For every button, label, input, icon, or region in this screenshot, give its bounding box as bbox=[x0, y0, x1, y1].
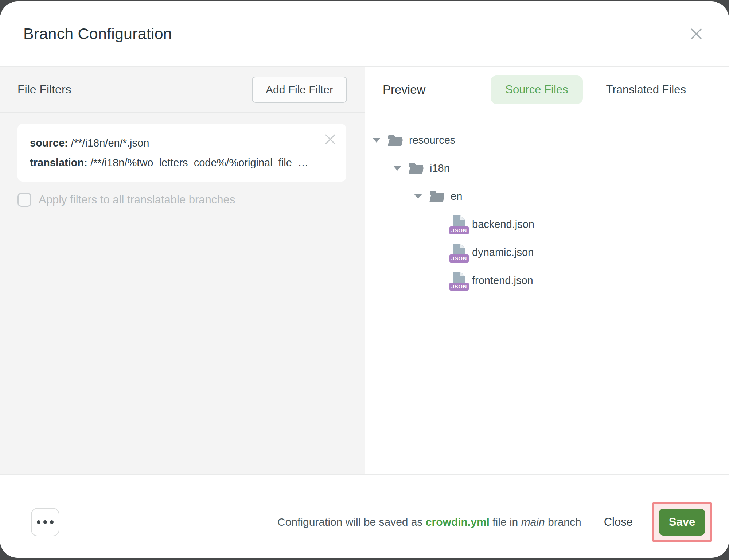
save-note-suffix: branch bbox=[545, 516, 581, 528]
file-filters-header: File Filters Add File Filter bbox=[0, 67, 365, 113]
filter-source-line: source: /**/i18n/en/*.json bbox=[30, 133, 313, 153]
save-note-middle: file in bbox=[490, 516, 521, 528]
tree-row-dynamic.json[interactable]: JSONdynamic.json bbox=[365, 238, 729, 267]
close-button[interactable]: Close bbox=[602, 515, 635, 529]
apply-filters-label: Apply filters to all translatable branch… bbox=[39, 193, 235, 206]
file-filters-content: source: /**/i18n/en/*.json translation: … bbox=[0, 113, 365, 218]
apply-filters-checkbox[interactable] bbox=[17, 193, 31, 207]
file-filters-title: File Filters bbox=[17, 83, 252, 96]
tree-row-resources[interactable]: resources bbox=[365, 126, 729, 154]
ellipsis-icon bbox=[37, 520, 54, 524]
caret-down-icon[interactable] bbox=[373, 138, 381, 143]
file-tree: resourcesi18nenJSONbackend.jsonJSONdynam… bbox=[365, 112, 729, 295]
preview-header: Preview Source Files Translated Files bbox=[365, 67, 729, 112]
close-icon bbox=[690, 27, 703, 40]
modal-body: File Filters Add File Filter source: /**… bbox=[0, 67, 729, 474]
file-filter-card: source: /**/i18n/en/*.json translation: … bbox=[17, 124, 346, 182]
branch-configuration-modal: Branch Configuration File Filters Add Fi… bbox=[0, 1, 729, 558]
folder-icon bbox=[387, 133, 403, 147]
caret-down-icon[interactable] bbox=[393, 166, 401, 171]
tree-item-label: i18n bbox=[430, 162, 450, 174]
remove-filter-button[interactable] bbox=[324, 133, 337, 146]
json-file-icon: JSON bbox=[449, 271, 467, 291]
filter-source-value: /**/i18n/en/*.json bbox=[71, 137, 149, 149]
crowdin-yml-link[interactable]: crowdin.yml bbox=[426, 516, 490, 528]
json-badge: JSON bbox=[449, 254, 469, 262]
modal-close-button[interactable] bbox=[687, 24, 706, 43]
save-note-prefix: Configuration will be saved as bbox=[277, 516, 426, 528]
filter-translation-value: /**/i18n/%two_letters_code%/%original_fi… bbox=[90, 157, 308, 168]
caret-down-icon[interactable] bbox=[414, 194, 422, 199]
file-filters-panel: File Filters Add File Filter source: /**… bbox=[0, 67, 365, 474]
filter-translation-label: translation: bbox=[30, 157, 87, 168]
more-options-button[interactable] bbox=[31, 508, 59, 536]
json-badge: JSON bbox=[449, 283, 469, 291]
tree-item-label: dynamic.json bbox=[472, 246, 534, 258]
preview-panel: Preview Source Files Translated Files re… bbox=[365, 67, 729, 474]
apply-filters-row: Apply filters to all translatable branch… bbox=[17, 193, 348, 207]
preview-title: Preview bbox=[383, 83, 491, 97]
save-button-highlight: Save bbox=[652, 502, 712, 542]
tree-row-i18n[interactable]: i18n bbox=[365, 154, 729, 182]
modal-title: Branch Configuration bbox=[23, 25, 172, 43]
tab-source-files[interactable]: Source Files bbox=[491, 75, 582, 104]
tab-translated-files[interactable]: Translated Files bbox=[592, 75, 701, 104]
close-icon bbox=[324, 133, 337, 146]
branch-name: main bbox=[521, 516, 545, 528]
tree-row-backend.json[interactable]: JSONbackend.json bbox=[365, 210, 729, 238]
filter-translation-line: translation: /**/i18n/%two_letters_code%… bbox=[30, 153, 313, 172]
folder-icon bbox=[408, 162, 424, 175]
tree-item-label: resources bbox=[409, 134, 455, 146]
json-badge: JSON bbox=[449, 226, 469, 234]
folder-icon bbox=[429, 190, 445, 203]
add-file-filter-button[interactable]: Add File Filter bbox=[252, 77, 347, 103]
tree-row-en[interactable]: en bbox=[365, 182, 729, 210]
modal-footer: Configuration will be saved as crowdin.y… bbox=[0, 475, 729, 558]
modal-header: Branch Configuration bbox=[0, 1, 729, 66]
save-button[interactable]: Save bbox=[659, 509, 705, 536]
filter-source-label: source: bbox=[30, 137, 68, 149]
save-note: Configuration will be saved as crowdin.y… bbox=[277, 516, 581, 528]
tree-row-frontend.json[interactable]: JSONfrontend.json bbox=[365, 267, 729, 295]
tree-item-label: frontend.json bbox=[472, 275, 533, 287]
json-file-icon: JSON bbox=[449, 243, 467, 262]
tree-item-label: backend.json bbox=[472, 218, 534, 230]
tree-item-label: en bbox=[451, 190, 462, 202]
json-file-icon: JSON bbox=[449, 215, 467, 234]
